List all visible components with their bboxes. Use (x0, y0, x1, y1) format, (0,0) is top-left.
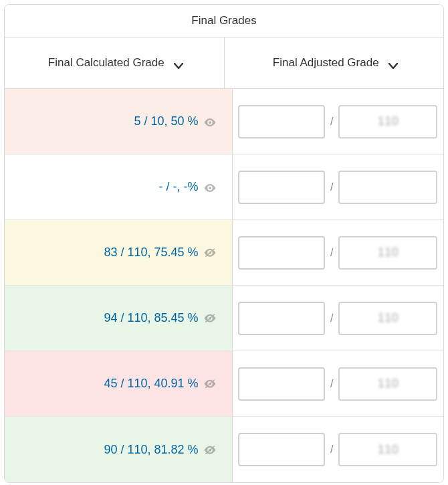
adjusted-numerator-input[interactable] (238, 367, 325, 401)
adjusted-grade-cell: /110 (233, 417, 444, 482)
eye-off-icon[interactable] (204, 248, 216, 258)
fraction-slash: / (330, 116, 333, 128)
adjusted-grade-cell: /110 (233, 220, 444, 285)
adjusted-denominator-value: 110 (378, 377, 399, 391)
adjusted-numerator-input[interactable] (238, 236, 325, 270)
adjusted-denominator-value: 110 (378, 311, 399, 325)
adjusted-denominator-value: 110 (378, 114, 399, 128)
calculated-grade-link[interactable]: 45 / 110, 40.91 % (104, 377, 198, 391)
table-title: Final Grades (5, 5, 443, 37)
adjusted-denominator-value: 110 (378, 246, 399, 260)
adjusted-denominator-value: 110 (378, 443, 399, 457)
adjusted-numerator-input[interactable] (238, 302, 325, 335)
fraction-slash: / (330, 312, 333, 324)
adjusted-numerator-input[interactable] (238, 171, 325, 204)
adjusted-numerator-input[interactable] (238, 105, 325, 138)
chevron-down-icon (174, 60, 181, 66)
fraction-slash: / (330, 181, 333, 193)
calculated-grade-cell: 83 / 110, 75.45 % (5, 220, 233, 285)
grade-row: 90 / 110, 81.82 %/110 (5, 417, 443, 482)
adjusted-denominator-box[interactable]: 110 (338, 105, 437, 138)
calculated-grade-link[interactable]: 94 / 110, 85.45 % (104, 311, 198, 325)
calculated-grade-cell: 94 / 110, 85.45 % (5, 286, 233, 351)
adjusted-denominator-box[interactable]: 110 (338, 367, 437, 401)
chevron-down-icon (388, 60, 395, 66)
eye-icon[interactable] (204, 117, 216, 126)
adjusted-denominator-box[interactable]: 110 (338, 433, 437, 466)
adjusted-grade-cell: /110 (233, 351, 444, 416)
adjusted-grade-header[interactable]: Final Adjusted Grade (225, 37, 444, 88)
calculated-grade-cell: 90 / 110, 81.82 % (5, 417, 233, 482)
eye-off-icon[interactable] (204, 445, 216, 454)
column-headers-row: Final Calculated Grade Final Adjusted Gr… (5, 37, 443, 89)
adjusted-grade-cell: /110 (233, 286, 444, 351)
eye-icon[interactable] (204, 183, 216, 192)
adjusted-denominator-box[interactable]: 110 (338, 236, 437, 270)
adjusted-grade-cell: /110 (233, 89, 444, 154)
eye-off-icon[interactable] (204, 379, 216, 389)
calculated-grade-cell: 5 / 10, 50 % (5, 89, 233, 154)
grade-row: 45 / 110, 40.91 %/110 (5, 351, 443, 417)
calculated-grade-link[interactable]: - / -, -% (159, 180, 199, 194)
grade-row: - / -, -%/ (5, 155, 443, 220)
grade-row: 5 / 10, 50 %/110 (5, 89, 443, 155)
fraction-slash: / (330, 378, 333, 390)
calculated-grade-header[interactable]: Final Calculated Grade (5, 37, 225, 88)
grade-row: 94 / 110, 85.45 %/110 (5, 286, 443, 351)
calculated-grade-link[interactable]: 83 / 110, 75.45 % (104, 246, 198, 260)
adjusted-denominator-box[interactable] (338, 171, 437, 204)
adjusted-grade-cell: / (233, 155, 444, 219)
calculated-grade-header-label: Final Calculated Grade (48, 56, 164, 70)
calculated-grade-cell: 45 / 110, 40.91 % (5, 351, 233, 416)
fraction-slash: / (330, 247, 333, 259)
calculated-grade-link[interactable]: 90 / 110, 81.82 % (104, 443, 198, 457)
adjusted-grade-header-label: Final Adjusted Grade (273, 56, 379, 70)
svg-point-1 (209, 187, 211, 189)
eye-off-icon[interactable] (204, 314, 216, 323)
adjusted-denominator-box[interactable]: 110 (338, 302, 437, 335)
calculated-grade-cell: - / -, -% (5, 155, 233, 219)
adjusted-numerator-input[interactable] (238, 433, 325, 466)
fraction-slash: / (330, 444, 333, 456)
calculated-grade-link[interactable]: 5 / 10, 50 % (134, 114, 198, 128)
svg-point-0 (209, 121, 211, 124)
grade-row: 83 / 110, 75.45 %/110 (5, 220, 443, 286)
final-grades-table: Final Grades Final Calculated Grade Fina… (4, 4, 444, 483)
